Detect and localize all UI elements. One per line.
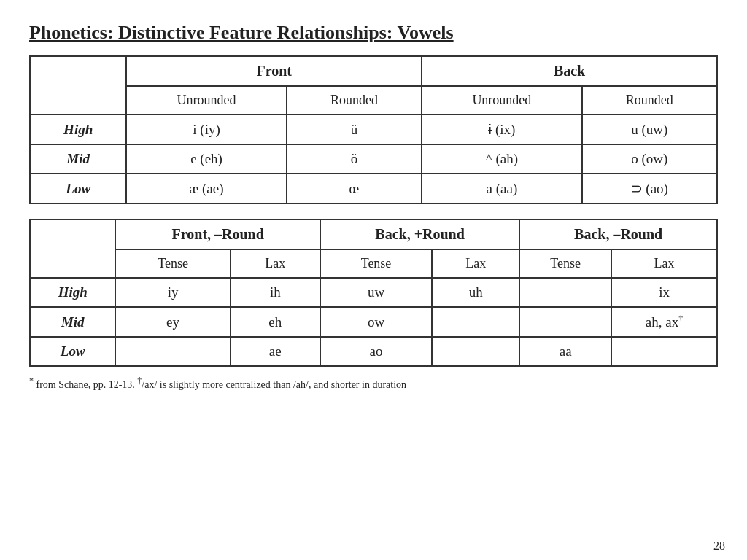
- table1-row-low-bu: a (aa): [422, 174, 581, 203]
- table1-back-rounded: Rounded: [582, 86, 717, 114]
- table1-back-unrounded: Unrounded: [422, 86, 581, 114]
- table2-sub-tense2: Tense: [320, 249, 432, 278]
- page-title: Phonetics: Distinctive Feature Relations…: [29, 22, 718, 44]
- table1-front-rounded: Rounded: [287, 86, 422, 114]
- table1-back-header: Back: [422, 56, 717, 86]
- table2-r0-c4: [519, 278, 611, 307]
- table-row: Mid ey eh ow ah, ax†: [30, 307, 717, 337]
- table2-r0-c2: uw: [320, 278, 432, 307]
- table2-back-minus-round-header: Back, –Round: [519, 219, 717, 249]
- table-row: Mid e (eh) ö ^ (ah) o (ow): [30, 144, 717, 174]
- table-row: Low ae ao aa: [30, 337, 717, 366]
- table2-r1-c4: [519, 307, 611, 337]
- table-row: High iy ih uw uh ix: [30, 278, 717, 307]
- table2-r2-c4: aa: [519, 337, 611, 366]
- table1-row-high-fr: ü: [287, 114, 422, 144]
- table2-r1-c1: eh: [231, 307, 320, 337]
- table1-row-mid-fu: e (eh): [126, 144, 286, 174]
- table1-row-high-fu: i (iy): [126, 114, 286, 144]
- table1-front-unrounded: Unrounded: [126, 86, 286, 114]
- table1-empty-top-left: [30, 56, 126, 114]
- table2-r2-c3: [432, 337, 519, 366]
- table2-r2-c5: [611, 337, 717, 366]
- table1-row-low-label: Low: [30, 174, 126, 203]
- table2-wrapper: Front, –Round Back, +Round Back, –Round …: [29, 219, 718, 367]
- table1-row-high-label: High: [30, 114, 126, 144]
- table2: Front, –Round Back, +Round Back, –Round …: [29, 219, 718, 367]
- table2-r2-c2: ao: [320, 337, 432, 366]
- table2-sub-lax3: Lax: [611, 249, 717, 278]
- table1-row-mid-bu: ^ (ah): [422, 144, 581, 174]
- table-row: High i (iy) ü ɨ (ix) u (uw): [30, 114, 717, 144]
- table2-sub-tense1: Tense: [115, 249, 230, 278]
- table1-wrapper: Front Back Unrounded Rounded Unrounded R…: [29, 55, 718, 204]
- table2-r0-c3: uh: [432, 278, 519, 307]
- table1: Front Back Unrounded Rounded Unrounded R…: [29, 55, 718, 204]
- table2-row-high-label: High: [30, 278, 115, 307]
- table2-row-low-label: Low: [30, 337, 115, 366]
- footnote: * from Schane, pp. 12-13. †/ax/ is sligh…: [29, 376, 718, 391]
- table2-r0-c5: ix: [611, 278, 717, 307]
- table1-front-header: Front: [126, 56, 422, 86]
- table2-r2-c1: ae: [231, 337, 320, 366]
- table2-r1-c2: ow: [320, 307, 432, 337]
- table1-row-low-fr: œ: [287, 174, 422, 203]
- table2-row-mid-label: Mid: [30, 307, 115, 337]
- table1-row-high-bu: ɨ (ix): [422, 114, 581, 144]
- table2-sub-lax1: Lax: [231, 249, 320, 278]
- table2-r1-c3: [432, 307, 519, 337]
- table1-row-mid-label: Mid: [30, 144, 126, 174]
- table1-row-high-br: u (uw): [582, 114, 717, 144]
- table2-sub-lax2: Lax: [432, 249, 519, 278]
- table2-r1-c5: ah, ax†: [611, 307, 717, 337]
- table2-sub-tense3: Tense: [519, 249, 611, 278]
- table-row: Low æ (ae) œ a (aa) ⊃ (ao): [30, 174, 717, 203]
- table2-front-round-header: Front, –Round: [115, 219, 320, 249]
- page-number: 28: [713, 540, 725, 553]
- table2-r2-c0: [115, 337, 230, 366]
- table2-r0-c0: iy: [115, 278, 230, 307]
- table2-empty: [30, 219, 115, 278]
- table1-row-mid-br: o (ow): [582, 144, 717, 174]
- table1-row-low-br: ⊃ (ao): [582, 174, 717, 203]
- table1-row-mid-fr: ö: [287, 144, 422, 174]
- table2-r0-c1: ih: [231, 278, 320, 307]
- table1-row-low-fu: æ (ae): [126, 174, 286, 203]
- table2-r1-c0: ey: [115, 307, 230, 337]
- table2-back-plus-round-header: Back, +Round: [320, 219, 519, 249]
